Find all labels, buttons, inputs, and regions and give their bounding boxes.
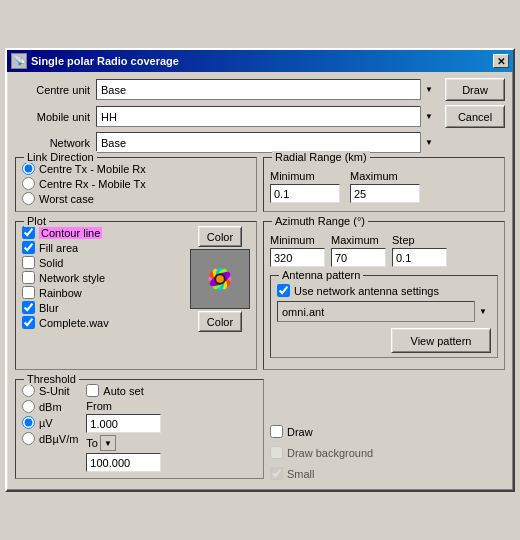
mobile-unit-select[interactable]: HH <box>96 106 437 127</box>
blur-label: Blur <box>39 302 59 314</box>
bottom-right-col: Draw Draw background Small <box>270 379 505 484</box>
check-solid[interactable]: Solid <box>22 256 186 269</box>
s-unit-label: S-Unit <box>39 385 70 397</box>
radio-centre-tx[interactable]: Centre Tx - Mobile Rx <box>22 162 250 175</box>
link-direction-title: Link Direction <box>24 151 97 163</box>
azimuth-step-label: Step <box>392 234 447 246</box>
radio-worst-case[interactable]: Worst case <box>22 192 250 205</box>
draw-label: Draw <box>287 426 313 438</box>
draw-button[interactable]: Draw <box>445 78 505 101</box>
azimuth-step-input[interactable] <box>392 248 447 267</box>
contour-line-label: Contour line <box>39 227 102 239</box>
window-title: Single polar Radio coverage <box>31 55 179 67</box>
check-network-style[interactable]: Network style <box>22 271 186 284</box>
small-check[interactable]: Small <box>270 467 315 480</box>
antenna-pattern-section: Antenna pattern Use network antenna sett… <box>270 275 498 358</box>
use-network-antenna-check[interactable]: Use network antenna settings <box>277 284 491 297</box>
radial-range-title: Radial Range (km) <box>272 151 370 163</box>
link-direction-group: Centre Tx - Mobile Rx Centre Rx - Mobile… <box>22 162 250 205</box>
draw-background-label: Draw background <box>287 447 373 459</box>
color-button-1[interactable]: Color <box>198 226 242 247</box>
to-input[interactable] <box>86 453 161 472</box>
centre-unit-select-container: Base ▼ <box>96 79 437 100</box>
check-contour-line[interactable]: Contour line <box>22 226 186 239</box>
complete-wav-label: Complete.wav <box>39 317 109 329</box>
plot-checks: Contour line Fill area Solid Networ <box>22 226 186 332</box>
mobile-unit-label: Mobile unit <box>15 111 90 123</box>
radio-worst-case-label: Worst case <box>39 193 94 205</box>
title-bar: 📡 Single polar Radio coverage ✕ <box>7 50 513 72</box>
to-label: To <box>86 437 98 449</box>
check-complete-wav[interactable]: Complete.wav <box>22 316 186 329</box>
radial-max-input[interactable] <box>350 184 420 203</box>
small-label: Small <box>287 468 315 480</box>
azimuth-min-label: Minimum <box>270 234 325 246</box>
radial-range-section: Radial Range (km) Minimum Maximum <box>263 157 505 212</box>
check-blur[interactable]: Blur <box>22 301 186 314</box>
draw-background-check[interactable]: Draw background <box>270 446 373 459</box>
dbuvm-label: dBµV/m <box>39 433 78 445</box>
solid-label: Solid <box>39 257 63 269</box>
from-to-container: From To ▼ <box>86 400 161 472</box>
plot-section: Plot Contour line Fill area <box>15 221 257 370</box>
plot-image <box>190 249 250 309</box>
from-label: From <box>86 400 112 412</box>
uv-label: µV <box>39 417 53 429</box>
link-direction-section: Link Direction Centre Tx - Mobile Rx Cen… <box>15 157 257 212</box>
radial-min-label: Minimum <box>270 170 340 182</box>
azimuth-max-input[interactable] <box>331 248 386 267</box>
from-input[interactable] <box>86 414 161 433</box>
auto-set-check[interactable]: Auto set <box>86 384 161 397</box>
plot-title: Plot <box>24 215 49 227</box>
svg-point-8 <box>216 275 224 283</box>
network-select-container: Base ▼ <box>96 132 437 153</box>
centre-unit-label: Centre unit <box>15 84 90 96</box>
radio-uv[interactable]: µV <box>22 416 78 429</box>
window-icon: 📡 <box>11 53 27 69</box>
check-rainbow[interactable]: Rainbow <box>22 286 186 299</box>
to-dropdown-icon[interactable]: ▼ <box>100 435 116 451</box>
network-style-label: Network style <box>39 272 105 284</box>
radio-centre-rx-label: Centre Rx - Mobile Tx <box>39 178 146 190</box>
plot-right: Color <box>190 226 250 332</box>
azimuth-title: Azimuth Range (°) <box>272 215 368 227</box>
antenna-select[interactable]: omni.ant <box>277 301 491 322</box>
radio-dbm[interactable]: dBm <box>22 400 78 413</box>
color-button-2[interactable]: Color <box>198 311 242 332</box>
use-network-antenna-label: Use network antenna settings <box>294 285 439 297</box>
threshold-title: Threshold <box>24 373 79 385</box>
azimuth-max-label: Maximum <box>331 234 386 246</box>
threshold-right: Auto set From To ▼ <box>86 384 161 472</box>
radio-centre-rx[interactable]: Centre Rx - Mobile Tx <box>22 177 250 190</box>
azimuth-range-section: Azimuth Range (°) Minimum Maximum Step <box>263 221 505 370</box>
radio-dbuvm[interactable]: dBµV/m <box>22 432 78 445</box>
mobile-unit-select-container: HH ▼ <box>96 106 437 127</box>
check-fill-area[interactable]: Fill area <box>22 241 186 254</box>
cancel-button[interactable]: Cancel <box>445 105 505 128</box>
threshold-section: Threshold S-Unit dBm µV <box>15 379 264 479</box>
radio-centre-tx-label: Centre Tx - Mobile Rx <box>39 163 146 175</box>
network-label: Network <box>15 137 90 149</box>
antenna-pattern-title: Antenna pattern <box>279 269 363 281</box>
auto-set-label: Auto set <box>103 385 143 397</box>
centre-unit-select[interactable]: Base <box>96 79 437 100</box>
close-button[interactable]: ✕ <box>493 54 509 68</box>
view-pattern-button[interactable]: View pattern <box>391 328 491 353</box>
threshold-left: S-Unit dBm µV dBµV/m <box>22 384 78 472</box>
radio-s-unit[interactable]: S-Unit <box>22 384 78 397</box>
azimuth-min-input[interactable] <box>270 248 325 267</box>
main-window: 📡 Single polar Radio coverage ✕ Centre u… <box>5 48 515 492</box>
network-select[interactable]: Base <box>96 132 437 153</box>
dbm-label: dBm <box>39 401 62 413</box>
radial-max-label: Maximum <box>350 170 420 182</box>
radial-min-input[interactable] <box>270 184 340 203</box>
antenna-select-container: omni.ant ▼ <box>277 301 491 322</box>
draw-check[interactable]: Draw <box>270 425 313 438</box>
fill-area-label: Fill area <box>39 242 78 254</box>
rainbow-label: Rainbow <box>39 287 82 299</box>
